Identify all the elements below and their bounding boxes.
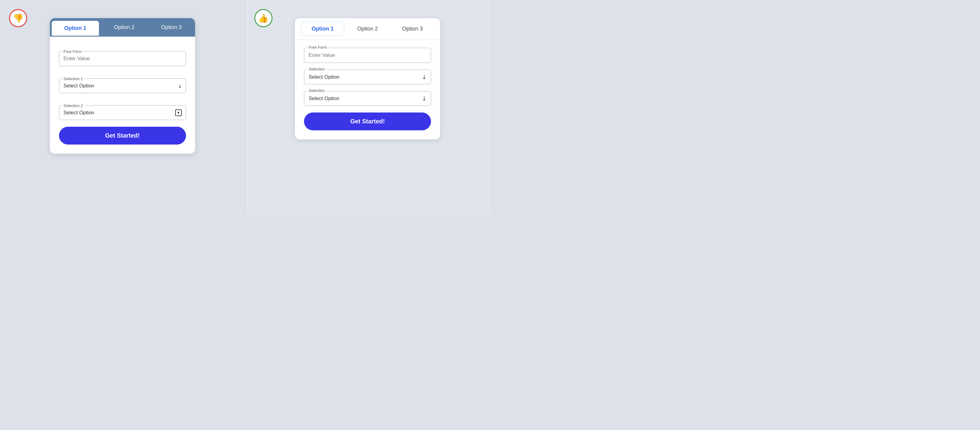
- right-selection1-label: Selection: [307, 67, 326, 71]
- right-selection2-group: Selection Select Option ⤓: [304, 91, 431, 106]
- right-tab-bar: Option 1 Option 2 Option 3: [295, 18, 440, 40]
- chevron-down-icon: ⤓: [422, 74, 426, 81]
- left-selection1-label: Selection 1: [62, 76, 84, 81]
- right-selection2-border: Select Option ⤓: [304, 91, 431, 106]
- right-selection1-border: Select Option ⤓: [304, 70, 431, 84]
- left-panel: 👎 Option 1 Option 2 Option 3 Free Form S…: [0, 0, 245, 215]
- right-card-body: Free Form Selection Select Option ⤓ Sele…: [295, 48, 440, 130]
- right-selection1-select[interactable]: Select Option: [309, 73, 422, 81]
- right-tab-option3[interactable]: Option 3: [391, 22, 434, 36]
- right-get-started-button[interactable]: Get Started!: [304, 113, 431, 130]
- left-tab-bar: Option 1 Option 2 Option 3: [50, 18, 195, 36]
- right-panel: 👍 Option 1 Option 2 Option 3 Free Form: [245, 0, 490, 215]
- left-tab-option2[interactable]: Option 2: [101, 18, 148, 36]
- left-get-started-button[interactable]: Get Started!: [59, 127, 186, 144]
- right-free-form-label: Free Form: [307, 45, 328, 49]
- left-tab-option3[interactable]: Option 3: [148, 18, 195, 36]
- bad-badge: 👎: [9, 9, 27, 27]
- left-card: Option 1 Option 2 Option 3 Free Form Sel…: [50, 18, 195, 154]
- right-card: Option 1 Option 2 Option 3 Free Form Sel…: [295, 18, 440, 140]
- right-selection1-group: Selection Select Option ⤓: [304, 70, 431, 84]
- right-free-form-input[interactable]: [309, 51, 426, 60]
- left-free-form-group: Free Form: [59, 46, 186, 66]
- chevron-down-icon-2: ⤓: [422, 95, 426, 102]
- left-tab-option1[interactable]: Option 1: [52, 21, 99, 36]
- right-free-form-border: [304, 48, 431, 63]
- right-selection2-select[interactable]: Select Option: [309, 94, 422, 103]
- left-selection2-group: Selection 2 Select Option ▼: [59, 100, 186, 120]
- left-selection1-group: Selection 1 Select Option ⤓: [59, 73, 186, 93]
- left-card-body: Free Form Selection 1 Select Option ⤓ Se…: [50, 46, 195, 144]
- right-selection2-label: Selection: [307, 88, 326, 93]
- thumbs-up-icon: 👍: [258, 13, 269, 23]
- left-selection2-label: Selection 2: [62, 103, 84, 108]
- right-tab-option2[interactable]: Option 2: [346, 22, 389, 36]
- good-badge: 👍: [255, 9, 272, 27]
- thumbs-down-icon: 👎: [13, 13, 24, 23]
- left-free-form-label: Free Form: [62, 49, 83, 54]
- right-tab-option1[interactable]: Option 1: [301, 22, 344, 36]
- right-free-form-group: Free Form: [304, 48, 431, 63]
